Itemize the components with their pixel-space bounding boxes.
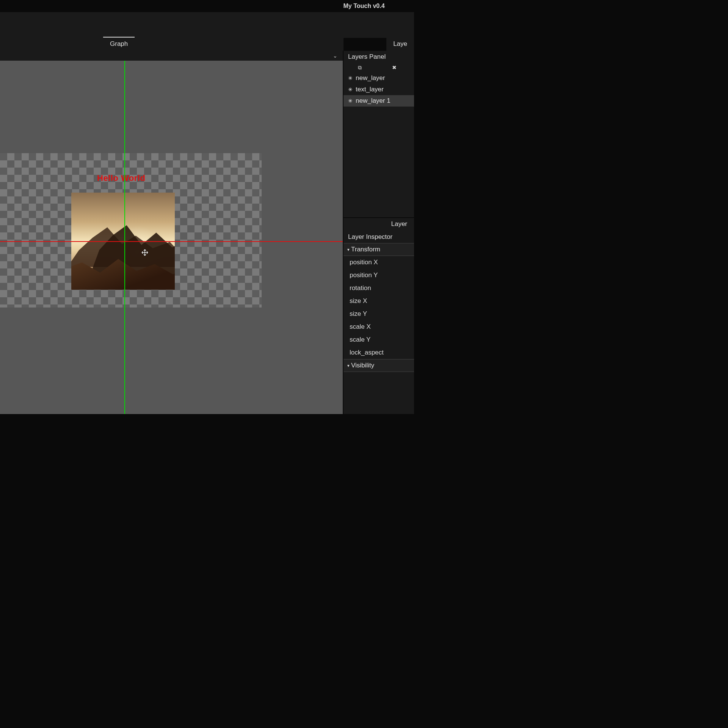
viewport-toolbar: ⌄ xyxy=(0,51,343,61)
horizontal-guide[interactable] xyxy=(0,241,343,242)
tab-layer-inspector-truncated[interactable]: Layer xyxy=(384,218,414,231)
right-sidebar: Layers Panel ⧉ ✖ ✳ new_layer ✳ text_laye… xyxy=(344,51,414,414)
text-layer-hello[interactable]: Hello World xyxy=(97,173,145,183)
right-tabbar-top: Laye xyxy=(344,38,414,51)
duplicate-layer-icon[interactable]: ⧉ xyxy=(358,64,362,71)
prop-size-x[interactable]: size X xyxy=(344,295,414,308)
layer-icon: ✳ xyxy=(348,75,353,81)
prop-lock-aspect[interactable]: lock_aspect xyxy=(344,346,414,359)
layer-label: text_layer xyxy=(356,86,384,93)
move-cursor-icon xyxy=(141,248,149,257)
inspector-group-transform[interactable]: ▾ Transform xyxy=(344,243,414,256)
caret-down-icon: ▾ xyxy=(347,247,350,252)
layer-row-new-layer-1[interactable]: ✳ new_layer 1 xyxy=(344,95,414,107)
layers-toolbar: ⧉ ✖ xyxy=(344,63,414,72)
inspector-group-label: Transform xyxy=(351,246,380,253)
tab-graph[interactable]: Graph xyxy=(103,37,135,51)
viewport-menu-chevron-icon[interactable]: ⌄ xyxy=(333,53,337,59)
viewport-column: ⌄ Hello World xyxy=(0,51,344,414)
layers-panel: Layers Panel ⧉ ✖ ✳ new_layer ✳ text_laye… xyxy=(344,51,414,217)
layer-label: new_layer 1 xyxy=(356,97,391,105)
canvas-stage[interactable]: Hello World xyxy=(0,61,343,414)
main-tabbar: Graph xyxy=(0,38,344,51)
prop-rotation[interactable]: rotation xyxy=(344,282,414,295)
prop-size-y[interactable]: size Y xyxy=(344,308,414,320)
content: ⌄ Hello World Layers Panel ⧉ ✖ xyxy=(0,51,414,414)
inspector-title: Layer Inspector xyxy=(344,231,414,243)
vertical-guide[interactable] xyxy=(124,61,125,414)
layer-label: new_layer xyxy=(356,74,385,82)
layer-list: ✳ new_layer ✳ text_layer ✳ new_layer 1 xyxy=(344,72,414,107)
titlebar: My Touch v0.4 xyxy=(0,0,414,12)
header-spacer xyxy=(0,12,414,38)
layer-row-text-layer[interactable]: ✳ text_layer xyxy=(344,84,414,95)
inspector-panel: Layer Layer Inspector ▾ Transform positi… xyxy=(344,217,414,414)
layers-panel-title: Layers Panel xyxy=(344,51,414,63)
prop-position-x[interactable]: position X xyxy=(344,256,414,269)
app-title: My Touch v0.4 xyxy=(343,3,384,9)
caret-down-icon: ▾ xyxy=(347,363,350,368)
delete-layer-icon[interactable]: ✖ xyxy=(392,64,397,71)
inspector-tabbar: Layer xyxy=(344,218,414,231)
layer-icon: ✳ xyxy=(348,86,353,93)
layer-icon: ✳ xyxy=(348,98,353,104)
prop-scale-x[interactable]: scale X xyxy=(344,320,414,333)
prop-position-y[interactable]: position Y xyxy=(344,269,414,282)
tab-layers-truncated[interactable]: Laye xyxy=(386,38,414,51)
layer-row-new-layer[interactable]: ✳ new_layer xyxy=(344,72,414,84)
prop-scale-y[interactable]: scale Y xyxy=(344,333,414,346)
inspector-group-label: Visibility xyxy=(351,362,374,369)
inspector-group-visibility[interactable]: ▾ Visibility xyxy=(344,359,414,372)
